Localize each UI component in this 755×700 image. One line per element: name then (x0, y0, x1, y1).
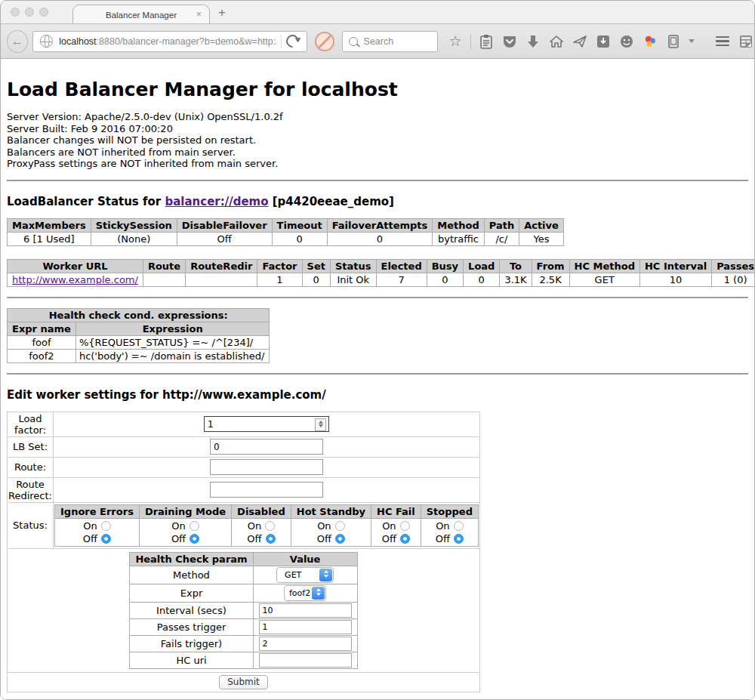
select-stepper-icon (312, 587, 325, 600)
toolbar-icons: ☆ (447, 33, 754, 50)
col-disablefailover: DisableFailover (177, 218, 272, 232)
divider (7, 297, 748, 298)
col-maxmembers: MaxMembers (8, 218, 91, 232)
lb-set-input[interactable] (210, 439, 323, 455)
worker-url-link[interactable]: http://www.example.com/ (12, 274, 138, 285)
load-factor-label: Load factor: (8, 412, 54, 436)
divider (470, 34, 471, 49)
server-version: Server Version: Apache/2.5.0-dev (Unix) … (7, 111, 748, 123)
hc-row-method: Method GET (130, 566, 357, 584)
tab-balancer-manager[interactable]: Balancer Manager × (72, 5, 210, 24)
notice-balancers: Balancers are NOT inherited from main se… (7, 146, 748, 159)
hc-fail-on-radio[interactable] (400, 521, 410, 531)
health-check-expressions-table: Health check cond. expressions: Expr nam… (7, 308, 270, 363)
table-header-row: Worker URL Route RouteRedir Factor Set S… (8, 259, 755, 273)
passes-label: Passes trigger (130, 618, 253, 635)
worker-status-table: Worker URL Route RouteRedir Factor Set S… (7, 259, 754, 287)
reload-icon[interactable] (283, 32, 301, 50)
col-failoverattempts: FailoverAttempts (327, 218, 433, 232)
interval-input[interactable] (259, 603, 352, 618)
sidebar-panel-icon[interactable] (665, 33, 682, 50)
expr-label: Expr (130, 584, 253, 602)
content-blocked-icon[interactable] (315, 32, 334, 51)
status-label: Status: (8, 502, 54, 548)
hc-row-passes: Passes trigger (130, 618, 357, 635)
pocket-icon[interactable] (501, 33, 518, 50)
form-row-load-factor: Load factor: (8, 412, 480, 436)
hc-fail-off-radio[interactable] (400, 534, 410, 544)
feedback-smiley-icon[interactable] (618, 33, 635, 50)
expr-select[interactable]: foof2 (284, 585, 326, 601)
hc-uri-input[interactable] (259, 653, 352, 668)
clipboard-icon[interactable] (478, 33, 495, 50)
col-worker-url: Worker URL (8, 259, 143, 273)
notice-persist: Balancer changes will NOT be persisted o… (7, 134, 748, 146)
back-button[interactable]: ← (7, 30, 28, 53)
tab-title: Balancer Manager (106, 11, 177, 20)
balancer-demo-link[interactable]: balancer://demo (165, 195, 268, 208)
draining-mode-off-radio[interactable] (190, 534, 199, 544)
colors-extension-icon[interactable] (642, 33, 658, 50)
edit-worker-form: Load factor: LB Set: Route: Route Redire… (7, 412, 480, 692)
menu-icon[interactable] (714, 33, 731, 50)
close-window-icon[interactable] (11, 8, 20, 17)
notice-proxypass: ProxyPass settings are NOT inherited fro… (7, 158, 748, 170)
route-input[interactable] (210, 459, 323, 475)
route-redirect-input[interactable] (210, 482, 323, 498)
disabled-on-radio[interactable] (265, 521, 275, 531)
form-row-status: Status: Ignore Errors Draining Mode Disa… (8, 502, 480, 548)
method-select[interactable]: GET (276, 567, 334, 583)
passes-input[interactable] (259, 620, 352, 634)
form-row-route-redirect: Route Redirect: (8, 477, 480, 502)
stopped-on-radio[interactable] (454, 521, 464, 531)
downloads-icon[interactable] (525, 33, 541, 50)
new-tab-button[interactable]: + (218, 5, 226, 20)
back-arrow-icon: ← (11, 35, 23, 48)
tab-close-icon[interactable]: × (196, 8, 202, 20)
table-header-row: MaxMembers StickySession DisableFailover… (8, 218, 564, 232)
url-bar[interactable]: localhost:8880/balancer-manager?b=demo&w… (32, 31, 307, 52)
status-table: Ignore Errors Draining Mode Disabled Hot… (54, 504, 479, 547)
method-label: Method (130, 566, 253, 584)
balancer-status-table: MaxMembers StickySession DisableFailover… (7, 218, 564, 246)
number-stepper-icon[interactable] (315, 418, 326, 431)
url-text[interactable]: localhost:8880/balancer-manager?b=demo&w… (59, 36, 276, 47)
home-icon[interactable] (548, 33, 565, 50)
save-page-icon[interactable] (595, 33, 612, 50)
hot-standby-off-radio[interactable] (335, 534, 345, 544)
grid-extension-icon[interactable] (738, 33, 754, 50)
send-icon[interactable] (572, 33, 588, 50)
divider (281, 35, 282, 48)
lb-set-label: LB Set: (8, 436, 54, 457)
table-header-row: Ignore Errors Draining Mode Disabled Hot… (55, 504, 479, 518)
table-header-row: Expr name Expression (8, 322, 270, 335)
draining-mode-on-radio[interactable] (190, 521, 199, 531)
col-stopped: Stopped (421, 504, 478, 518)
ignore-errors-on-radio[interactable] (101, 521, 111, 531)
health-check-param-table: Health Check param Value Method GET Expr (129, 552, 357, 669)
disabled-off-radio[interactable] (266, 534, 276, 544)
table-row: http://www.example.com/ 1 0 Init Ok 7 0 … (8, 273, 755, 286)
page-title: Load Balancer Manager for localhost (7, 79, 748, 100)
divider (701, 34, 707, 49)
load-factor-input[interactable] (204, 416, 329, 432)
stopped-off-radio[interactable] (454, 534, 464, 544)
col-ignore-errors: Ignore Errors (55, 504, 140, 518)
search-input[interactable] (362, 35, 433, 48)
server-info: Server Version: Apache/2.5.0-dev (Unix) … (7, 111, 748, 170)
col-hc-param: Health Check param (130, 552, 253, 566)
fails-input[interactable] (259, 637, 352, 651)
page-content: Load Balancer Manager for localhost Serv… (1, 59, 754, 700)
form-row-route: Route: (8, 457, 480, 477)
search-bar[interactable] (342, 31, 438, 52)
zoom-window-icon[interactable] (39, 8, 48, 17)
minimize-window-icon[interactable] (25, 8, 34, 17)
hot-standby-on-radio[interactable] (335, 521, 345, 531)
divider (7, 180, 748, 181)
edit-worker-heading: Edit worker settings for http://www.exam… (7, 388, 748, 402)
submit-button[interactable]: Submit (219, 675, 268, 689)
ignore-errors-off-radio[interactable] (101, 534, 111, 544)
bookmark-star-icon[interactable]: ☆ (447, 33, 464, 50)
chevron-down-icon[interactable] (689, 39, 695, 46)
window-controls (11, 8, 48, 17)
